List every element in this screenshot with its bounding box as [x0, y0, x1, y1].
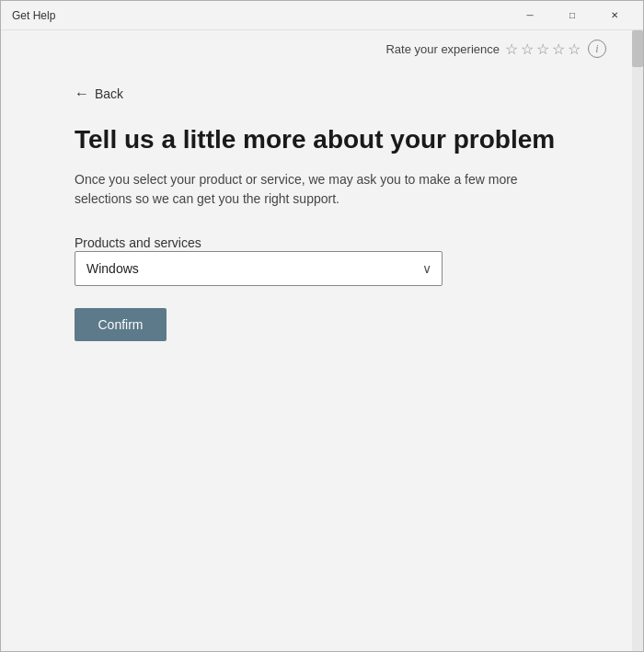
page-description: Once you select your product or service,… — [75, 170, 577, 209]
window-title: Get Help — [12, 9, 55, 22]
products-select-wrapper: Windows Office Xbox Other ∨ — [75, 251, 443, 286]
products-label: Products and services — [75, 235, 201, 250]
star-2[interactable]: ☆ — [521, 40, 534, 58]
star-3[interactable]: ☆ — [536, 40, 549, 58]
window-controls: ─ □ ✕ — [509, 1, 636, 30]
star-5[interactable]: ☆ — [568, 40, 581, 58]
back-link[interactable]: ← Back — [75, 86, 577, 102]
app-window: Get Help ─ □ ✕ Rate your experience ☆ ☆ … — [0, 0, 644, 652]
scrollbar-thumb[interactable] — [632, 30, 643, 67]
page-title: Tell us a little more about your problem — [75, 124, 577, 155]
scrollbar[interactable] — [632, 30, 643, 651]
star-1[interactable]: ☆ — [505, 40, 518, 58]
rating-bar: Rate your experience ☆ ☆ ☆ ☆ ☆ i — [1, 30, 643, 67]
content-area: ← Back Tell us a little more about your … — [1, 67, 643, 651]
star-4[interactable]: ☆ — [552, 40, 565, 58]
products-select[interactable]: Windows Office Xbox Other — [75, 251, 443, 286]
back-label: Back — [95, 86, 123, 101]
star-rating: ☆ ☆ ☆ ☆ ☆ — [505, 40, 581, 58]
minimize-button[interactable]: ─ — [509, 1, 551, 30]
close-button[interactable]: ✕ — [593, 1, 636, 30]
title-bar: Get Help ─ □ ✕ — [1, 1, 643, 30]
confirm-button[interactable]: Confirm — [75, 308, 167, 341]
maximize-button[interactable]: □ — [551, 1, 593, 30]
info-icon[interactable]: i — [588, 40, 606, 58]
back-arrow-icon: ← — [75, 86, 89, 102]
rate-label: Rate your experience — [385, 42, 500, 56]
